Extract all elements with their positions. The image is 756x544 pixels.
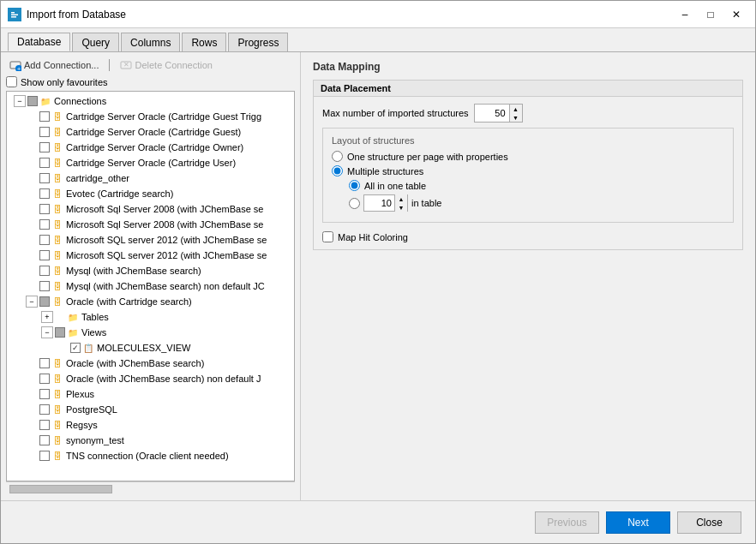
delete-connection-button[interactable]: ✕ Delete Connection [117,57,216,73]
max-structures-input-wrapper: ▲ ▼ [474,104,523,123]
tree-item-mysql2[interactable]: 🗄 Mysql (with JChemBase search) non defa… [7,278,294,294]
tree-item-mssql3[interactable]: 🗄 Microsoft SQL server 2012 (with JChemB… [7,232,294,248]
tree-item-mysql1[interactable]: 🗄 Mysql (with JChemBase search) [7,263,294,278]
checkbox-plexus[interactable] [39,389,50,399]
checkbox-postgresql[interactable] [39,404,50,415]
checkbox-cartridge2[interactable] [39,127,50,137]
tree-item-cartridge1[interactable]: 🗄 Cartridge Server Oracle (Cartridge Gue… [7,109,294,124]
checkbox-mssql2[interactable] [39,219,50,230]
horizontal-scrollbar[interactable] [6,481,295,495]
checkbox-synonym-test[interactable] [39,435,50,445]
radio-multiple-label[interactable]: Multiple structures [347,166,423,176]
tree-item-cartridge3[interactable]: 🗄 Cartridge Server Oracle (Cartridge Own… [7,140,294,155]
db-icon-mssql3: 🗄 [51,234,63,246]
tab-database[interactable]: Database [8,33,70,51]
close-button[interactable]: Close [677,511,741,534]
tree-item-mssql1[interactable]: 🗄 Microsoft Sql Server 2008 (with JChemB… [7,201,294,217]
tree-item-regsys[interactable]: 🗄 Regsys [7,417,294,433]
checkbox-mysql2[interactable] [39,281,50,291]
expand-views[interactable]: − [41,326,53,338]
max-structures-up[interactable]: ▲ [510,105,522,113]
tree-item-oracle-cartridge[interactable]: − 🗄 Oracle (with Cartridge search) [7,294,294,309]
previous-button[interactable]: Previous [535,511,599,534]
n-in-table-down[interactable]: ▼ [395,203,407,212]
expand-oracle-cartridge[interactable]: − [26,296,38,308]
max-structures-input[interactable] [475,105,509,122]
tree-item-cartridge-other[interactable]: 🗄 cartridge_other [7,170,294,186]
label-plexus: Plexus [66,389,94,399]
radio-all-in-one-label[interactable]: All in one table [364,181,426,191]
radio-n-in-table[interactable] [349,198,360,209]
tree-item-oracle-jchem2[interactable]: 🗄 Oracle (with JChemBase search) non def… [7,371,294,386]
delete-connection-label: Delete Connection [135,60,213,70]
max-structures-spinner: ▲ ▼ [509,105,522,122]
minimize-button[interactable]: – [673,5,697,24]
n-in-table-label[interactable]: in table [411,198,441,208]
checkbox-mssql4[interactable] [39,250,50,260]
tree-item-mssql4[interactable]: 🗄 Microsoft SQL server 2012 (with JChemB… [7,248,294,263]
checkbox-tns[interactable] [39,451,50,461]
close-window-button[interactable]: ✕ [724,5,748,24]
svg-rect-1 [11,12,15,14]
tree-item-cartridge2[interactable]: 🗄 Cartridge Server Oracle (Cartridge Gue… [7,124,294,140]
data-mapping-title: Data Mapping [313,61,743,73]
checkbox-cartridge-other[interactable] [39,173,50,183]
checkbox-mssql3[interactable] [39,235,50,245]
tree-item-oracle-jchem[interactable]: 🗄 Oracle (with JChemBase search) [7,356,294,371]
tree-item-connections[interactable]: − 📁 Connections [7,93,294,109]
tree-item-plexus[interactable]: 🗄 Plexus [7,386,294,402]
checkbox-cartridge1[interactable] [39,111,50,122]
db-icon-regsys: 🗄 [51,419,63,431]
radio-one-per-page[interactable] [332,151,343,162]
checkbox-evotec[interactable] [39,188,50,199]
tab-columns[interactable]: Columns [121,33,180,51]
checkbox-cartridge3[interactable] [39,142,50,152]
map-hit-coloring-label[interactable]: Map Hit Coloring [338,232,408,242]
checkbox-cartridge4[interactable] [39,158,50,168]
data-placement-section: Data Placement Max number of imported st… [313,80,743,250]
db-icon-mssql2: 🗄 [51,218,63,230]
next-button[interactable]: Next [606,511,670,534]
add-connection-icon: + [9,59,21,71]
checkbox-oracle-jchem[interactable] [39,358,50,368]
tab-rows[interactable]: Rows [182,33,226,51]
connection-tree[interactable]: − 📁 Connections 🗄 Cartridge Server Oracl… [6,91,295,481]
checkbox-views[interactable] [55,327,65,338]
tree-item-synonym-test[interactable]: 🗄 synonym_test [7,433,294,448]
tree-item-mssql2[interactable]: 🗄 Microsoft Sql Server 2008 (with JChemB… [7,217,294,232]
checkbox-oracle-cartridge[interactable] [39,296,50,307]
tree-item-tns[interactable]: 🗄 TNS connection (Oracle client needed) [7,448,294,463]
tree-item-tables[interactable]: + 📁 Tables [7,309,294,325]
n-in-table-up[interactable]: ▲ [395,194,407,203]
max-structures-down[interactable]: ▼ [510,113,522,122]
radio-multiple[interactable] [332,165,343,176]
db-icon-mysql1: 🗄 [51,265,63,277]
checkbox-regsys[interactable] [39,420,50,430]
n-in-table-input[interactable] [364,195,394,211]
expand-connections[interactable]: − [14,95,26,107]
checkbox-mysql1[interactable] [39,266,50,276]
add-connection-button[interactable]: + Add Connection... [6,57,102,73]
tab-progress[interactable]: Progress [228,33,288,51]
checkbox-mssql1[interactable] [39,204,50,214]
tab-query[interactable]: Query [72,33,119,51]
tree-item-views[interactable]: − 📁 Views [7,325,294,340]
expand-tables[interactable]: + [41,311,53,323]
scrollbar-thumb[interactable] [9,485,112,493]
show-favourites-checkbox[interactable] [6,76,17,87]
label-connections: Connections [54,96,106,106]
show-favourites-label[interactable]: Show only favourites [21,77,108,87]
maximize-button[interactable]: □ [699,5,723,24]
tree-item-evotec[interactable]: 🗄 Evotec (Cartridge search) [7,186,294,201]
map-hit-coloring-checkbox[interactable] [322,231,333,242]
checkbox-moleculesx[interactable]: ✓ [70,343,81,353]
label-mssql1: Microsoft Sql Server 2008 (with JChemBas… [66,204,263,214]
tree-item-moleculesx[interactable]: ✓ 📋 MOLECULESX_VIEW [7,340,294,356]
checkbox-connections[interactable] [27,96,38,106]
tree-item-cartridge4[interactable]: 🗄 Cartridge Server Oracle (Cartridge Use… [7,155,294,170]
radio-all-in-one[interactable] [349,180,360,191]
checkbox-oracle-jchem2[interactable] [39,374,50,384]
delete-connection-icon: ✕ [120,59,132,71]
radio-one-per-page-label[interactable]: One structure per page with properties [347,152,508,162]
tree-item-postgresql[interactable]: 🗄 PostgreSQL [7,402,294,417]
